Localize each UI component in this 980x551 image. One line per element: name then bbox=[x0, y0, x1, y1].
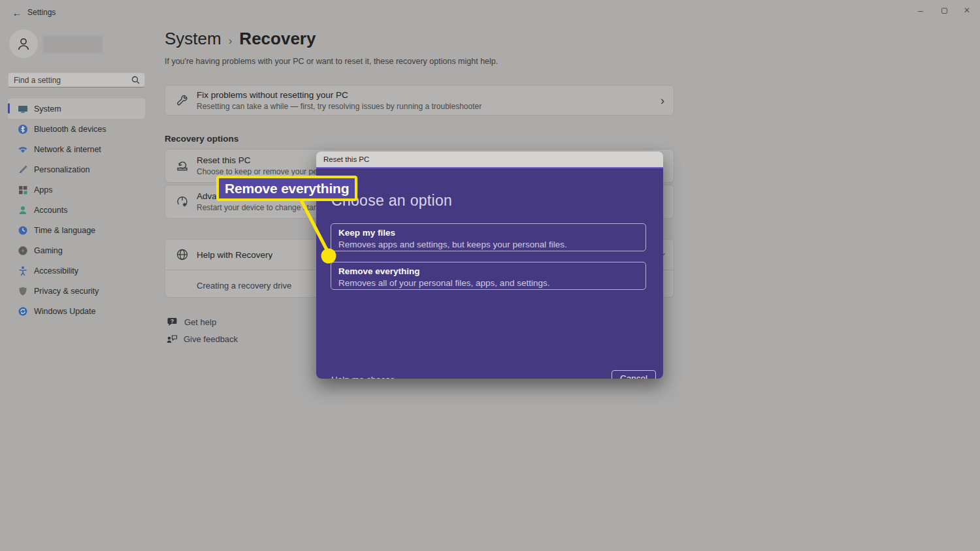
sidebar-item-label: Privacy & security bbox=[34, 287, 99, 296]
sidebar-item-label: Windows Update bbox=[34, 307, 96, 316]
breadcrumb-separator: › bbox=[229, 35, 233, 48]
globe-help-icon bbox=[176, 248, 189, 261]
help-with-recovery-title: Help with Recovery bbox=[197, 250, 272, 260]
dialog-body: Choose an option Keep my files Removes a… bbox=[316, 167, 663, 379]
sidebar-nav: System Bluetooth & devices Network & int… bbox=[8, 99, 145, 321]
sidebar-item-bluetooth[interactable]: Bluetooth & devices bbox=[8, 119, 145, 139]
minimize-button[interactable]: – bbox=[911, 3, 930, 18]
cancel-button[interactable]: Cancel bbox=[612, 370, 656, 379]
sidebar-item-accessibility[interactable]: Accessibility bbox=[8, 260, 145, 281]
search-input[interactable] bbox=[14, 73, 125, 87]
get-help-label: Get help bbox=[184, 317, 216, 327]
give-feedback-icon bbox=[166, 333, 178, 345]
app-title: Settings bbox=[27, 8, 56, 17]
close-button[interactable]: × bbox=[958, 3, 976, 18]
breadcrumb-system[interactable]: System bbox=[165, 29, 221, 49]
dialog-title: Reset this PC bbox=[323, 155, 369, 163]
bluetooth-icon bbox=[18, 124, 28, 134]
avatar bbox=[9, 29, 38, 58]
option-title: Keep my files bbox=[338, 227, 638, 239]
page-subtitle: If you're having problems with your PC o… bbox=[165, 57, 498, 66]
page-title: Recovery bbox=[239, 29, 316, 49]
advanced-startup-icon bbox=[176, 195, 189, 208]
option-desc: Removes apps and settings, but keeps you… bbox=[338, 239, 638, 251]
reset-pc-dialog: Reset this PC Choose an option Keep my f… bbox=[316, 151, 663, 379]
give-feedback-link[interactable]: Give feedback bbox=[166, 333, 238, 345]
shield-icon bbox=[18, 286, 28, 296]
sidebar-item-personalization[interactable]: Personalization bbox=[8, 159, 145, 180]
maximize-button[interactable] bbox=[935, 3, 953, 18]
sidebar-item-label: Accessibility bbox=[34, 266, 78, 276]
annotation-callout-label: Remove everything bbox=[225, 181, 349, 197]
sidebar-item-label: Personalization bbox=[34, 165, 90, 174]
user-profile[interactable] bbox=[9, 29, 146, 59]
sidebar-item-label: Gaming bbox=[34, 246, 63, 255]
sidebar-item-accounts[interactable]: Accounts bbox=[8, 200, 145, 220]
wrench-icon bbox=[176, 94, 189, 107]
apps-icon bbox=[18, 185, 28, 195]
dialog-titlebar: Reset this PC bbox=[316, 151, 663, 167]
give-feedback-label: Give feedback bbox=[184, 334, 238, 344]
sidebar-item-apps[interactable]: Apps bbox=[8, 180, 145, 200]
accounts-icon bbox=[18, 205, 28, 215]
restore-icon bbox=[941, 8, 947, 14]
sidebar-item-label: Accounts bbox=[34, 206, 67, 215]
fix-problems-title: Fix problems without resetting your PC bbox=[197, 90, 482, 100]
svg-text:?: ? bbox=[171, 318, 174, 324]
user-name-redacted bbox=[43, 36, 103, 53]
system-icon bbox=[18, 104, 28, 114]
sidebar-item-gaming[interactable]: Gaming bbox=[8, 240, 145, 260]
annotation-callout: Remove everything bbox=[216, 176, 357, 201]
sidebar-item-time-language[interactable]: Time & language bbox=[8, 220, 145, 240]
fix-problems-desc: Resetting can take a while — first, try … bbox=[197, 102, 482, 111]
creating-recovery-drive-link[interactable]: Creating a recovery drive bbox=[197, 281, 291, 291]
update-icon bbox=[18, 306, 28, 317]
clock-icon bbox=[18, 225, 28, 236]
fix-problems-card[interactable]: Fix problems without resetting your PC R… bbox=[165, 85, 674, 116]
sidebar-item-label: Time & language bbox=[34, 226, 95, 235]
wifi-icon bbox=[18, 144, 28, 155]
sidebar-item-label: Network & internet bbox=[34, 145, 101, 154]
chevron-right-icon: › bbox=[661, 93, 664, 107]
reset-pc-icon bbox=[176, 159, 189, 172]
sidebar-item-privacy[interactable]: Privacy & security bbox=[8, 281, 145, 301]
sidebar-item-label: Apps bbox=[34, 185, 53, 195]
get-help-link[interactable]: ? Get help bbox=[167, 316, 216, 328]
get-help-icon: ? bbox=[167, 316, 178, 328]
help-me-choose-link[interactable]: Help me choose bbox=[331, 375, 395, 379]
search-icon bbox=[131, 76, 140, 84]
sidebar-item-network[interactable]: Network & internet bbox=[8, 139, 145, 159]
sidebar-item-label: Bluetooth & devices bbox=[34, 125, 106, 134]
back-button[interactable]: ← bbox=[9, 5, 25, 20]
section-label-recovery-options: Recovery options bbox=[165, 134, 238, 144]
option-remove-everything[interactable]: Remove everything Removes all of your pe… bbox=[331, 262, 646, 290]
option-desc: Removes all of your personal files, apps… bbox=[338, 277, 638, 289]
sidebar-item-system[interactable]: System bbox=[8, 99, 145, 119]
sidebar-item-windows-update[interactable]: Windows Update bbox=[8, 301, 145, 321]
breadcrumb: System › Recovery bbox=[165, 29, 316, 49]
option-title: Remove everything bbox=[338, 265, 638, 277]
person-icon bbox=[16, 36, 31, 52]
option-keep-my-files[interactable]: Keep my files Removes apps and settings,… bbox=[331, 223, 646, 251]
gaming-icon bbox=[18, 245, 28, 256]
sidebar-item-label: System bbox=[34, 104, 61, 114]
search-box[interactable] bbox=[8, 72, 145, 87]
paintbrush-icon bbox=[18, 165, 28, 175]
accessibility-icon bbox=[18, 266, 28, 276]
